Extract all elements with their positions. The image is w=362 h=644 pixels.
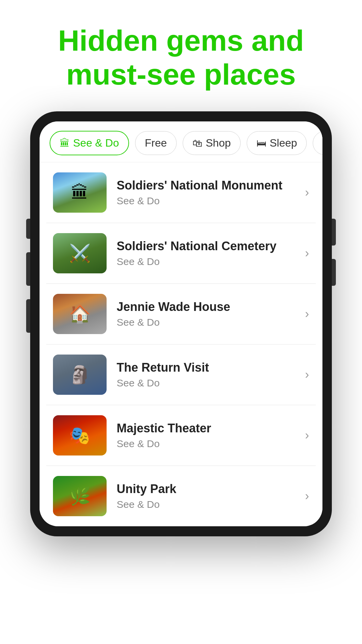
chevron-right-icon: › xyxy=(305,185,309,200)
item-text: Soldiers' National Monument See & Do xyxy=(117,178,295,207)
volume-down-button xyxy=(26,299,30,333)
power-button xyxy=(332,219,336,246)
tab-other[interactable]: ··· Other xyxy=(313,131,322,155)
item-category: See & Do xyxy=(117,499,295,510)
places-list: Soldiers' National Monument See & Do › S… xyxy=(40,162,322,526)
item-category: See & Do xyxy=(117,438,295,449)
chevron-right-icon: › xyxy=(305,368,309,382)
phone-screen: 🏛 See & Do Free 🛍 Shop 🛏 Sleep ··· Other xyxy=(40,121,322,526)
item-thumbnail xyxy=(53,233,107,273)
item-title: Soldiers' National Cemetery xyxy=(117,239,295,253)
item-text: Jennie Wade House See & Do xyxy=(117,300,295,328)
item-category: See & Do xyxy=(117,256,295,267)
item-thumbnail xyxy=(53,355,107,395)
tab-free[interactable]: Free xyxy=(135,131,177,155)
headline-text: Hidden gems andmust-see places xyxy=(58,24,304,91)
chevron-right-icon: › xyxy=(305,489,309,503)
item-text: Unity Park See & Do xyxy=(117,482,295,510)
tab-sleep[interactable]: 🛏 Sleep xyxy=(247,131,307,155)
list-item[interactable]: Jennie Wade House See & Do › xyxy=(46,284,316,344)
item-title: Jennie Wade House xyxy=(117,300,295,314)
volume-up-button xyxy=(26,252,30,286)
phone-mockup: 🏛 See & Do Free 🛍 Shop 🛏 Sleep ··· Other xyxy=(30,111,332,536)
chevron-right-icon: › xyxy=(305,428,309,442)
tab-sleep-label: Sleep xyxy=(270,137,297,149)
item-title: The Return Visit xyxy=(117,361,295,375)
chevron-right-icon: › xyxy=(305,246,309,260)
item-category: See & Do xyxy=(117,195,295,207)
list-item[interactable]: Soldiers' National Cemetery See & Do › xyxy=(46,223,316,284)
tab-see-do[interactable]: 🏛 See & Do xyxy=(50,131,129,155)
item-thumbnail xyxy=(53,415,107,455)
item-category: See & Do xyxy=(117,377,295,389)
item-thumbnail xyxy=(53,294,107,334)
mute-button xyxy=(26,219,30,239)
item-title: Soldiers' National Monument xyxy=(117,178,295,193)
volume-button-right xyxy=(332,259,336,286)
tab-see-do-label: See & Do xyxy=(73,137,119,149)
list-item[interactable]: Majestic Theater See & Do › xyxy=(46,405,316,466)
item-text: The Return Visit See & Do xyxy=(117,361,295,389)
item-text: Soldiers' National Cemetery See & Do xyxy=(117,239,295,267)
item-category: See & Do xyxy=(117,317,295,328)
item-title: Unity Park xyxy=(117,482,295,496)
list-item[interactable]: Unity Park See & Do › xyxy=(46,466,316,526)
list-item[interactable]: Soldiers' National Monument See & Do › xyxy=(46,162,316,223)
item-thumbnail xyxy=(53,172,107,213)
list-item[interactable]: The Return Visit See & Do › xyxy=(46,344,316,405)
see-do-icon: 🏛 xyxy=(60,138,70,149)
filter-bar: 🏛 See & Do Free 🛍 Shop 🛏 Sleep ··· Other xyxy=(40,121,322,162)
item-text: Majestic Theater See & Do xyxy=(117,421,295,449)
headline: Hidden gems andmust-see places xyxy=(31,0,330,111)
shop-icon: 🛍 xyxy=(192,138,202,149)
tab-shop-label: Shop xyxy=(206,137,231,149)
tab-free-label: Free xyxy=(145,137,167,149)
chevron-right-icon: › xyxy=(305,307,309,321)
tab-shop[interactable]: 🛍 Shop xyxy=(183,131,241,155)
sleep-icon: 🛏 xyxy=(256,138,266,149)
item-title: Majestic Theater xyxy=(117,421,295,435)
item-thumbnail xyxy=(53,476,107,516)
